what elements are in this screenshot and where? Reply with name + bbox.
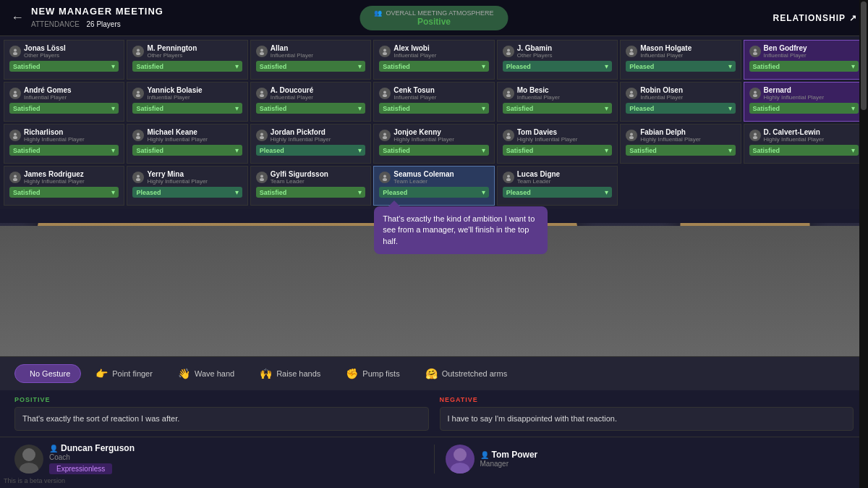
player-card-18[interactable]: Tom Davies Highly Influential Player Sat… [497,124,618,164]
player-status-text: Pleased [136,189,161,196]
player-card-21[interactable]: James Rodriguez Highly Influential Playe… [4,166,124,206]
player-card-17[interactable]: Jonjoe Kenny Highly Influential Player S… [373,124,494,164]
player-card-11[interactable]: Mo Besic Influential Player Satisfied ▾ [497,82,618,122]
svg-point-46 [260,175,263,178]
svg-point-39 [629,136,634,139]
svg-point-18 [260,91,263,94]
player-role: Highly Influential Player [517,136,612,143]
staff-divider [434,445,435,474]
scrollbar[interactable] [859,0,868,488]
player-icon [749,46,761,57]
player-info: André Gomes Influential Player [24,86,119,101]
relationship-button[interactable]: RELATIONSHIP ↗ [773,13,857,23]
player-info: Jonas Lössl Other Players [24,44,119,59]
player-card-24[interactable]: Seamus Coleman Team Leader Pleased ▾ Tha… [373,166,494,206]
player-status-arrow: ▾ [605,104,608,112]
player-card-25[interactable]: Lucas Digne Team Leader Pleased ▾ [497,166,618,206]
svg-point-19 [260,94,264,97]
svg-point-35 [383,136,387,139]
gesture-btn-raise-hands[interactable]: 🙌Raise hands [249,363,331,384]
player-status-arrow: ▾ [111,62,115,70]
player-card-7[interactable]: André Gomes Influential Player Satisfied… [4,82,124,122]
svg-point-7 [383,52,387,55]
player-card-0[interactable]: Jonas Lössl Other Players Satisfied ▾ [4,40,124,80]
gesture-btn-point-finger[interactable]: 👉Point finger [85,363,163,384]
negative-response[interactable]: I have to say I'm disappointed with that… [440,407,854,431]
positive-label: POSITIVE [14,396,429,403]
player-card-20[interactable]: D. Calvert-Lewin Highly Influential Play… [744,124,864,164]
player-card-6[interactable]: Ben Godfrey Influential Player Satisfied… [744,40,864,80]
players-grid: Jonas Lössl Other Players Satisfied ▾ M.… [0,36,868,209]
player-info: Lucas Digne Team Leader [517,170,612,185]
gesture-btn-pump-fists[interactable]: ✊Pump fists [335,363,410,384]
player-card-1[interactable]: M. Pennington Other Players Satisfied ▾ [127,40,247,80]
player-role: Highly Influential Player [24,178,119,185]
player-role: Other Players [147,52,242,59]
player-status-arrow: ▾ [728,62,732,70]
player-card-8[interactable]: Yannick Bolasie Influential Player Satis… [127,82,247,122]
player-info: Mason Holgate Influential Player [640,44,735,59]
player-name: James Rodriguez [24,170,119,178]
player-status-arrow: ▾ [482,104,485,112]
player-status-text: Pleased [629,105,654,112]
player-icon [9,46,21,57]
player-card-23[interactable]: Gylfi Sigurdsson Team Leader Satisfied ▾ [250,166,371,206]
player-name: Alex Iwobi [393,44,488,52]
player-card-5[interactable]: Mason Holgate Influential Player Pleased… [620,40,741,80]
svg-point-33 [260,136,264,139]
outstretched-arms-icon: 🤗 [425,368,438,379]
player-card-top: Yerry Mina Highly Influential Player [132,170,242,185]
player-status-arrow: ▾ [851,146,855,154]
player-card-4[interactable]: J. Gbamin Other Players Pleased ▾ [497,40,618,80]
player-status-text: Satisfied [383,147,410,154]
atmosphere-badge: 👥 OVERALL MEETING ATMOSPHERE Positive [359,6,508,30]
gesture-btn-outstretched-arms[interactable]: 🤗Outstretched arms [414,363,518,384]
player-icon [256,130,268,141]
response-area: POSITIVE That's exactly the sort of reac… [0,390,868,437]
player-info: Jordan Pickford Highly Influential Playe… [271,128,365,143]
svg-point-51 [506,178,511,181]
player-card-2[interactable]: Allan Influential Player Satisfied ▾ [250,40,371,80]
player-card-top: Jordan Pickford Highly Influential Playe… [256,128,365,143]
player-icon [132,172,144,183]
player-card-22[interactable]: Yerry Mina Highly Influential Player Ple… [127,166,247,206]
positive-response[interactable]: That's exactly the sort of reaction I wa… [14,407,429,431]
meeting-title-text: NEW MANAGER MEETING [31,6,163,17]
player-card-13[interactable]: Bernard Highly Influential Player Satisf… [744,82,864,122]
player-card-19[interactable]: Fabian Delph Highly Influential Player S… [620,124,741,164]
gesture-label: Outstretched arms [442,369,507,378]
player-card-top: Allan Influential Player [256,44,365,59]
gesture-btn-no-gesture[interactable]: No Gesture [14,364,81,383]
player-info: Mo Besic Influential Player [517,86,612,101]
player-card-16[interactable]: Jordan Pickford Highly Influential Playe… [250,124,371,164]
svg-point-37 [506,136,511,139]
gesture-btn-wave-hand[interactable]: 👋Wave hand [167,363,245,384]
staff-avatar-manager [446,445,475,474]
svg-point-32 [260,133,263,136]
player-card-12[interactable]: Robin Olsen Influential Player Pleased ▾ [620,82,741,122]
player-card-10[interactable]: Cenk Tosun Influential Player Satisfied … [373,82,494,122]
svg-point-16 [137,91,140,94]
back-button[interactable]: ← [11,10,24,25]
player-card-top: Fabian Delph Highly Influential Player [626,128,735,143]
player-info: Jonjoe Kenny Highly Influential Player [393,128,488,143]
svg-point-52 [22,448,35,461]
player-role: Influential Player [764,52,859,59]
player-icon [626,130,637,141]
player-card-15[interactable]: Michael Keane Highly Influential Player … [127,124,247,164]
player-status-arrow: ▾ [728,104,732,112]
player-icon [379,172,391,183]
player-card-14[interactable]: Richarlison Highly Influential Player Sa… [4,124,124,164]
player-card-9[interactable]: A. Doucouré Influential Player Satisfied… [250,82,371,122]
svg-point-31 [136,136,140,139]
player-status-text: Pleased [383,189,407,196]
player-status-bar: Pleased ▾ [256,145,365,156]
player-name: Jonjoe Kenny [393,128,488,136]
player-info: D. Calvert-Lewin Highly Influential Play… [764,128,859,143]
player-icon [132,130,144,141]
player-status-bar: Satisfied ▾ [749,145,859,156]
player-status-bar: Satisfied ▾ [626,145,735,156]
scrollbar-thumb[interactable] [861,1,867,110]
player-card-3[interactable]: Alex Iwobi Influential Player Satisfied … [373,40,494,80]
player-status-arrow: ▾ [358,104,362,112]
